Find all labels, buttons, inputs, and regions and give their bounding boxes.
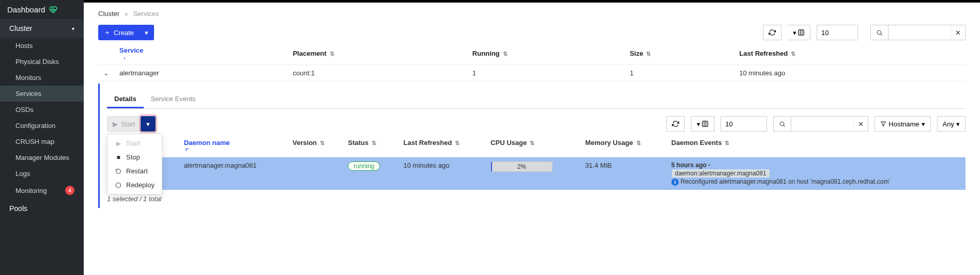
page-size-input[interactable] <box>817 25 858 40</box>
breadcrumb-sep-icon: » <box>125 10 128 18</box>
services-table: Service Placement⇅ Running⇅ Size⇅ Last R… <box>98 42 966 82</box>
search-clear-button[interactable]: ✕ <box>951 25 965 40</box>
sidebar-item-label: Hosts <box>16 42 33 50</box>
col-last-refreshed[interactable]: Last Refreshed⇅ <box>734 42 966 65</box>
sidebar-item-monitoring[interactable]: Monitoring 4 <box>0 182 84 199</box>
start-button: ▶ Start <box>107 116 141 132</box>
sidebar-item-osds[interactable]: OSDs <box>0 102 84 118</box>
col-service[interactable]: Service <box>114 42 287 65</box>
menu-item-restart[interactable]: Restart <box>108 164 162 178</box>
col-memory[interactable]: Memory Usage⇅ <box>580 135 666 157</box>
col-label: Service <box>119 46 143 54</box>
cell-cpu: 2% <box>485 157 580 190</box>
svg-point-3 <box>877 30 881 35</box>
brand: Dashboard <box>0 0 84 19</box>
col-size[interactable]: Size⇅ <box>624 42 734 65</box>
create-button-group: ＋ Create ▾ <box>98 25 154 40</box>
inner-search-wrap: ✕ <box>773 116 868 132</box>
tab-service-events[interactable]: Service Events <box>144 91 203 108</box>
sort-icon: ⇅ <box>503 51 508 57</box>
sort-asc-icon <box>184 147 282 153</box>
col-label: Last Refreshed <box>739 50 788 57</box>
col-running[interactable]: Running⇅ <box>467 42 625 65</box>
filter-column-button[interactable]: Hostname ▾ <box>875 116 930 132</box>
inner-search-input[interactable] <box>791 117 853 131</box>
table-row[interactable]: magna081.cep alertmanager.magna081 runni… <box>107 157 966 190</box>
caret-down-icon: ▾ <box>146 120 150 128</box>
inner-columns-dropdown-button[interactable]: ▾ <box>691 116 714 132</box>
menu-item-label: Restart <box>126 167 148 175</box>
col-placement[interactable]: Placement⇅ <box>287 42 467 65</box>
sidebar-section-cluster[interactable]: Cluster ▾ <box>0 19 84 38</box>
actions-dropdown: ▶ Start ■ Stop Restart <box>107 134 162 195</box>
cell-last-refreshed: 10 minutes ago <box>734 65 966 82</box>
sidebar: Dashboard Cluster ▾ Hosts Physical Disks… <box>0 0 84 275</box>
brand-title: Dashboard <box>7 5 45 14</box>
breadcrumb-root[interactable]: Cluster <box>98 10 119 18</box>
chevron-down-icon: ▾ <box>72 26 74 31</box>
menu-item-label: Start <box>126 139 140 147</box>
inner-page-size-input[interactable] <box>721 116 767 132</box>
sidebar-item-configuration[interactable]: Configuration <box>0 118 84 134</box>
col-label: Status <box>348 139 369 147</box>
table-row[interactable]: ⌄ alertmanager count:1 1 1 10 minutes ag… <box>98 65 966 82</box>
col-last-refreshed[interactable]: Last Refreshed⇅ <box>399 135 486 157</box>
sidebar-section-pools[interactable]: Pools <box>0 199 84 218</box>
event-block: 5 hours ago - daemon:alertmanager.magna0… <box>671 161 960 186</box>
event-tag: daemon:alertmanager.magna081 <box>672 169 770 177</box>
heart-pulse-icon <box>49 6 57 14</box>
svg-line-4 <box>881 34 882 35</box>
sidebar-item-monitors[interactable]: Monitors <box>0 70 84 86</box>
sidebar-item-label: Physical Disks <box>16 58 59 66</box>
sort-icon: ⇅ <box>330 51 334 57</box>
sort-icon: ⇅ <box>455 140 460 146</box>
menu-item-redeploy[interactable]: Redeploy <box>108 178 162 192</box>
sort-icon: ⇅ <box>530 140 534 146</box>
detail-tabs: Details Service Events <box>107 91 966 109</box>
services-toolbar: ＋ Create ▾ ▾ <box>98 25 966 40</box>
col-daemon-name[interactable]: Daemon name <box>179 135 287 157</box>
create-button-label: Create <box>114 29 134 37</box>
col-version[interactable]: Version⇅ <box>287 135 343 157</box>
sidebar-item-crush-map[interactable]: CRUSH map <box>0 134 84 150</box>
tab-details[interactable]: Details <box>107 91 144 108</box>
create-button[interactable]: ＋ Create <box>98 25 140 40</box>
play-icon: ▶ <box>115 140 122 147</box>
create-dropdown-button[interactable]: ▾ <box>140 25 154 40</box>
sidebar-item-physical-disks[interactable]: Physical Disks <box>0 54 84 70</box>
cpu-label: 2% <box>491 162 552 171</box>
col-status[interactable]: Status⇅ <box>343 135 398 157</box>
columns-dropdown-button[interactable]: ▾ <box>788 25 810 40</box>
cpu-progress: 2% <box>491 161 553 172</box>
sidebar-item-label: Manager Modules <box>16 154 69 161</box>
cell-memory: 31.4 MiB <box>580 157 666 190</box>
filter-value-button[interactable]: Any ▾ <box>937 116 966 132</box>
columns-button-group: ▾ <box>788 25 810 40</box>
col-cpu[interactable]: CPU Usage⇅ <box>485 135 580 157</box>
sidebar-item-label: Configuration <box>16 122 55 130</box>
col-daemon-events[interactable]: Daemon Events⇅ <box>666 135 966 157</box>
row-expander[interactable]: ⌄ <box>103 69 109 77</box>
daemons-toolbar: ▶ Start ▾ ▶ Start <box>107 116 966 132</box>
close-icon: ✕ <box>858 120 864 128</box>
search-icon <box>871 25 889 40</box>
menu-item-label: Redeploy <box>126 181 155 189</box>
breadcrumb: Cluster » Services <box>84 3 980 25</box>
svg-rect-5 <box>702 121 708 127</box>
refresh-button[interactable] <box>763 25 782 40</box>
search-input[interactable] <box>889 25 951 40</box>
col-label: Memory Usage <box>585 139 633 147</box>
sidebar-item-logs[interactable]: Logs <box>0 166 84 182</box>
inner-refresh-button[interactable] <box>666 116 685 132</box>
search-wrap: ✕ <box>870 25 966 40</box>
sidebar-item-label: CRUSH map <box>16 138 54 145</box>
sidebar-item-services[interactable]: Services <box>0 86 84 102</box>
sidebar-section-label: Pools <box>9 204 27 213</box>
inner-search-clear-button[interactable]: ✕ <box>853 117 868 131</box>
chevron-down-icon: ⌄ <box>103 69 109 77</box>
sidebar-item-label: Services <box>16 90 41 98</box>
sidebar-item-hosts[interactable]: Hosts <box>0 38 84 54</box>
menu-item-stop[interactable]: ■ Stop <box>108 150 162 164</box>
sidebar-item-manager-modules[interactable]: Manager Modules <box>0 150 84 166</box>
start-dropdown-button[interactable]: ▾ <box>141 116 156 132</box>
